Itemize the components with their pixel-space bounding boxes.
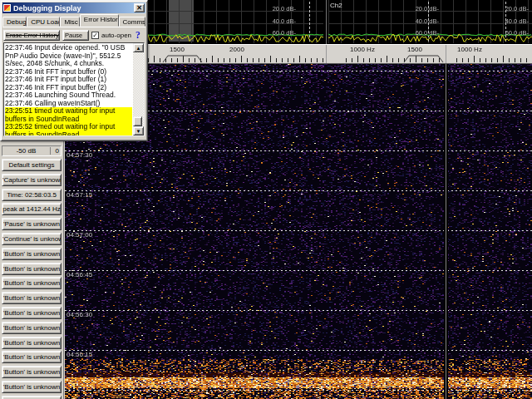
amplitude-min-label: -50 dB <box>2 147 50 155</box>
log-line: 23:25:52 timed out waiting for input buf… <box>5 123 132 135</box>
scroll-track[interactable] <box>133 52 144 126</box>
db-tick-label: 60.0 dB- <box>389 29 439 42</box>
panel-button[interactable]: 'Button' is unknown <box>2 248 62 260</box>
ruler-frequency-label: 1000 Hz <box>457 46 482 53</box>
waterfall-time-label: 04:56:45 <box>66 271 92 278</box>
ruler-frequency-label: 1500 <box>407 46 422 53</box>
control-panel: -50 dB 0 Default settings'Capture' is un… <box>0 141 64 399</box>
scroll-up-icon[interactable]: ▲ <box>133 43 144 52</box>
panel-button[interactable]: 'Button' is unknown <box>2 277 62 289</box>
log-scrollbar[interactable]: ▲ ▼ <box>133 43 144 135</box>
pause-button[interactable]: Pause <box>62 30 89 41</box>
panel-button[interactable]: 'Button' is unknown <box>2 322 62 334</box>
tab-misc[interactable]: Misc <box>60 17 79 27</box>
waterfall-time-label: 04:56:15 <box>66 351 92 358</box>
db-scale-pane1: 20.0 dB- 40.0 dB- 60.0 dB- <box>246 5 296 42</box>
window-titlebar[interactable]: Debugging Display ✕ <box>2 2 145 13</box>
debugging-display-window: Debugging Display ✕ DebugCPU LoadMiscErr… <box>0 0 148 141</box>
panel-button[interactable]: 'Continue' is unknown <box>2 233 62 245</box>
db-tick-label: 60.0 dB- <box>246 29 296 42</box>
error-log-box[interactable]: 22:37:46 Input device opened. "0 USB PnP… <box>3 42 145 136</box>
window-title: Debugging Display <box>13 4 134 12</box>
panel-button[interactable]: 'Pause' is unknown <box>2 218 62 230</box>
tab-error-history[interactable]: Error History <box>80 14 119 27</box>
panel-button[interactable]: 'Button' is unknown <box>2 263 62 275</box>
panel-button[interactable]: 'Button' is unknown <box>2 337 62 349</box>
help-icon[interactable]: ? <box>135 29 140 42</box>
close-icon[interactable]: ✕ <box>134 3 145 12</box>
auto-open-label: auto-open <box>101 32 131 39</box>
debug-tab-bar: DebugCPU LoadMiscError HistoryComms <box>2 15 145 27</box>
log-line: 23:25:51 timed out waiting for input buf… <box>5 107 132 123</box>
db-tick-label: 40.0 dB- <box>389 17 439 30</box>
tab-debug[interactable]: Debug <box>2 17 27 27</box>
db-scale-pane3: 20.0 dB- 40.0 dB- 60.0 dB- <box>479 5 529 42</box>
amplitude-max-label: 0 <box>50 147 61 155</box>
db-tick-label: 40.0 dB- <box>246 17 296 30</box>
erase-error-history-button[interactable]: Erase Error History <box>3 30 60 41</box>
scroll-thumb[interactable] <box>133 116 142 126</box>
panel-button[interactable]: 'Button' is unknown <box>2 351 62 363</box>
channel-2-label: Ch2 <box>330 2 342 9</box>
ruler-frequency-label: 2000 <box>229 46 244 53</box>
panel-button[interactable]: 'Button' is unknown <box>2 366 62 378</box>
control-button-list: Default settings'Capture' is unknownTime… <box>0 159 63 399</box>
amplitude-range-control[interactable]: -50 dB 0 <box>2 145 62 156</box>
log-line: 22:37:46 Input device opened. "0 USB PnP… <box>5 44 132 68</box>
db-tick-label: 60.0 dB- <box>479 29 529 42</box>
panel-button[interactable]: 'Button' is unknown <box>2 396 62 399</box>
panel-button[interactable]: 'Capture' is unknown <box>2 174 62 186</box>
error-log-lines: 22:37:46 Input device opened. "0 USB PnP… <box>4 43 133 135</box>
auto-open-checkbox[interactable]: ✓ <box>91 32 99 39</box>
panel-button[interactable]: Default settings <box>2 159 62 171</box>
panel-button[interactable]: Time: 02:58:03.5 <box>2 189 62 201</box>
waterfall-time-label: 04:57:30 <box>66 151 92 159</box>
db-tick-label: 20.0 dB- <box>246 5 296 17</box>
panel-button[interactable]: 'Button' is unknown <box>2 307 62 319</box>
ruler-frequency-label: 1000 Hz <box>350 46 375 53</box>
panel-button[interactable]: peak at 1412.44 Hz <box>2 203 62 215</box>
ruler-frequency-label: 1500 <box>170 46 185 53</box>
scroll-down-icon[interactable]: ▼ <box>133 126 144 135</box>
db-tick-label: 20.0 dB- <box>479 5 529 17</box>
waterfall-time-label: 04:56:30 <box>66 311 92 318</box>
tab-comms[interactable]: Comms <box>119 17 146 27</box>
tab-cpu-load[interactable]: CPU Load <box>27 17 60 27</box>
db-tick-label: 20.0 dB- <box>389 5 439 17</box>
waterfall-time-label: 04:57:15 <box>66 191 92 199</box>
waterfall-time-label: 04:57:00 <box>66 231 92 239</box>
db-tick-label: 40.0 dB- <box>479 17 529 30</box>
db-scale-pane2: 20.0 dB- 40.0 dB- 60.0 dB- <box>389 5 439 42</box>
panel-button[interactable]: 'Button' is unknown <box>2 381 62 393</box>
panel-button[interactable]: 'Button' is unknown <box>2 292 62 304</box>
debugging-display-icon <box>3 4 11 12</box>
